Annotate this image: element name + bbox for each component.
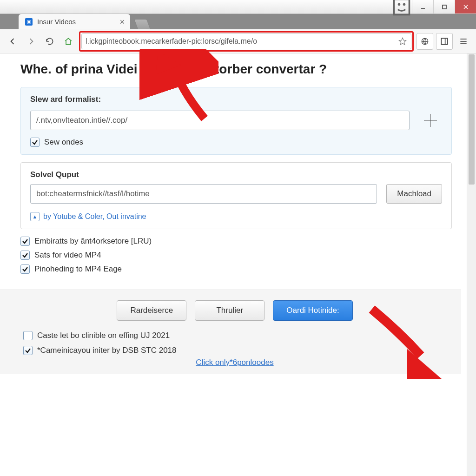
minimize-button[interactable] xyxy=(412,0,433,13)
source-label: Slew ard formalist: xyxy=(30,95,442,104)
options-checklist: Embiratts by ânt4orksetore [LRU) Sats fo… xyxy=(20,237,452,274)
svg-rect-4 xyxy=(443,5,446,9)
checkbox-icon xyxy=(23,346,33,355)
footer-check-label: *Cameinicayou initer by DSB STC 2018 xyxy=(37,346,177,355)
option-label: Pinoheding to MP4 Eage xyxy=(34,264,122,274)
svg-rect-8 xyxy=(441,38,447,44)
maximize-button[interactable] xyxy=(433,0,455,13)
page-content: Whe. of prina Videi i 4. Squiner torber … xyxy=(0,53,467,476)
option-row-1[interactable]: Embiratts by ânt4orksetore [LRU) xyxy=(20,237,452,246)
source-url-input[interactable] xyxy=(30,111,410,130)
close-button[interactable] xyxy=(455,0,476,13)
footer-button-1[interactable]: Rardeiserce xyxy=(117,300,186,321)
source-panel: Slew ard formalist: Sew ondes xyxy=(20,87,452,155)
footer-check-label: Caste let bo clinible on effing UJ 2021 xyxy=(37,331,170,340)
output-label: Solvel Quput xyxy=(30,170,442,179)
bookmark-star-icon[interactable] xyxy=(398,37,407,46)
globe-button[interactable] xyxy=(416,33,433,50)
page-content-outer: Whe. of prina Videi i 4. Squiner torber … xyxy=(0,53,476,476)
vertical-scrollbar[interactable]: ▴ xyxy=(467,53,476,476)
info-line: ▲ by Yotube & Coler, Out invatine xyxy=(30,212,442,221)
svg-rect-0 xyxy=(394,0,410,14)
scroll-thumb[interactable] xyxy=(469,54,475,185)
new-tab-button[interactable] xyxy=(134,19,151,29)
footer-primary-button[interactable]: Oardi Hotinide: xyxy=(273,300,352,321)
forward-button[interactable] xyxy=(23,33,39,49)
checkbox-empty-icon xyxy=(23,331,33,340)
option-label: Sats for video MP4 xyxy=(34,251,101,260)
menu-button[interactable] xyxy=(456,33,471,49)
home-button[interactable] xyxy=(60,33,76,49)
add-source-button[interactable] xyxy=(419,109,442,132)
back-button[interactable] xyxy=(5,33,20,49)
tab-favicon-icon: ▣ xyxy=(25,18,33,26)
source-checkbox-label: Sew ondes xyxy=(44,138,83,147)
footer-link[interactable]: Click only*6ponloodes xyxy=(23,358,446,367)
footer-check-1[interactable]: Caste let bo clinible on effing UJ 2021 xyxy=(23,331,446,340)
footer-button-2[interactable]: Thrulier xyxy=(195,300,264,321)
footer-button-row: Rardeiserce Thrulier Oardi Hotinide: xyxy=(23,300,446,321)
info-text: by Yotube & Coler, Out invatine xyxy=(43,212,146,221)
download-button[interactable]: Machload xyxy=(386,184,442,204)
page-title: Whe. of prina Videi i 4. Squiner torber … xyxy=(20,62,452,77)
svg-point-1 xyxy=(398,3,401,6)
info-icon: ▲ xyxy=(30,212,40,221)
option-row-2[interactable]: Sats for video MP4 xyxy=(20,251,452,260)
checkbox-icon xyxy=(30,138,40,147)
browser-tab-active[interactable]: ▣ Insur Videos × xyxy=(19,14,130,29)
address-bar-highlight xyxy=(79,31,414,52)
address-input[interactable] xyxy=(86,37,398,46)
tab-close-icon[interactable]: × xyxy=(119,18,125,26)
checkbox-icon xyxy=(20,251,30,260)
footer-panel: Rardeiserce Thrulier Oardi Hotinide: Cas… xyxy=(0,290,461,374)
panel-button[interactable] xyxy=(436,33,453,50)
tab-title: Insur Videos xyxy=(37,18,115,26)
checkbox-icon xyxy=(20,237,30,246)
reload-button[interactable] xyxy=(42,33,58,49)
option-row-3[interactable]: Pinoheding to MP4 Eage xyxy=(20,264,452,274)
source-checkbox-row[interactable]: Sew ondes xyxy=(30,138,442,147)
option-label: Embiratts by ânt4orksetore [LRU) xyxy=(34,237,152,246)
checkbox-icon xyxy=(20,264,30,274)
window-titlebar xyxy=(0,0,476,14)
output-panel: Solvel Quput Machload ▲ by Yotube & Cole… xyxy=(20,162,452,229)
titlebar-app-icon xyxy=(391,0,412,13)
address-bar[interactable] xyxy=(81,33,411,49)
browser-nav-bar xyxy=(0,29,476,53)
svg-point-2 xyxy=(403,3,406,6)
footer-check-2[interactable]: *Cameinicayou initer by DSB STC 2018 xyxy=(23,346,446,355)
output-path-input[interactable] xyxy=(30,184,377,204)
